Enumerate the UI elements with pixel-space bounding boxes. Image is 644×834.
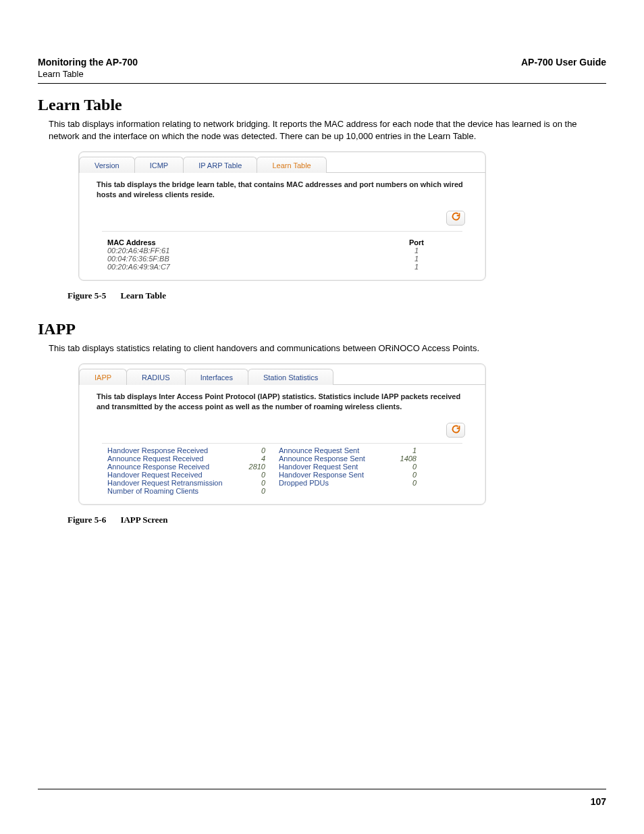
stat-label: Number of Roaming Clients (107, 487, 236, 495)
tab-ip-arp-table[interactable]: IP ARP Table (183, 157, 257, 173)
port-cell: 1 (376, 263, 457, 271)
figure-caption-5-5: Figure 5-5 Learn Table (68, 290, 606, 301)
figure-number: Figure 5-5 (68, 290, 106, 301)
stat-row: Handover Request Received0 (107, 471, 265, 479)
tab-iapp[interactable]: IAPP (79, 369, 127, 385)
header-rule (38, 83, 606, 84)
figure-number: Figure 5-6 (68, 515, 106, 525)
stat-label: Announce Request Sent (279, 446, 387, 454)
section-heading-learn-table: Learn Table (38, 96, 606, 114)
mac-cell: 00:20:A6:4B:FF:61 (107, 246, 310, 255)
header-section-title: Monitoring the AP-700 (38, 57, 138, 68)
stat-label: Dropped PDUs (279, 479, 387, 487)
stat-label: Handover Request Sent (279, 463, 387, 471)
col-header-port: Port (376, 238, 457, 246)
stat-value: 0 (236, 479, 265, 487)
tab-icmp[interactable]: ICMP (134, 157, 184, 173)
page-header: Monitoring the AP-700 Learn Table AP-700… (38, 57, 606, 79)
table-row: 00:20:A6:49:9A:C7 1 (107, 263, 457, 271)
stat-label: Handover Request Retransmission (107, 479, 236, 487)
refresh-button[interactable] (446, 423, 465, 438)
tab-radius[interactable]: RADIUS (126, 369, 186, 385)
stat-row: Handover Request Sent0 (279, 463, 417, 471)
stat-row: Announce Request Received4 (107, 454, 265, 463)
stat-value: 0 (387, 463, 417, 471)
refresh-icon (451, 424, 461, 437)
iapp-description: This tab displays Inter Access Point Pro… (97, 392, 468, 412)
figure-title: Learn Table (120, 290, 166, 301)
stat-value: 1408 (387, 454, 417, 463)
stat-row: Handover Response Received0 (107, 446, 265, 454)
stat-label: Handover Request Received (107, 471, 236, 479)
stat-value: 0 (387, 479, 417, 487)
learn-table-tabs: Version ICMP IP ARP Table Learn Table (79, 151, 485, 173)
stat-label: Announce Response Sent (279, 454, 387, 463)
iapp-paragraph: This tab displays statistics relating to… (49, 342, 606, 355)
section-heading-iapp: IAPP (38, 320, 606, 338)
port-cell: 1 (376, 255, 457, 263)
learn-table-paragraph: This tab displays information relating t… (49, 118, 606, 142)
stat-row: Handover Response Sent0 (279, 471, 417, 479)
stat-row: Dropped PDUs0 (279, 479, 417, 487)
table-row: 00:20:A6:4B:FF:61 1 (107, 246, 457, 255)
tab-interfaces[interactable]: Interfaces (185, 369, 248, 385)
figure-title: IAPP Screen (120, 515, 167, 525)
iapp-panel: IAPP RADIUS Interfaces Station Statistic… (78, 363, 486, 505)
iapp-stats: Handover Response Received0 Announce Req… (102, 443, 462, 495)
tab-learn-table[interactable]: Learn Table (257, 157, 326, 173)
header-section-sub: Learn Table (38, 69, 138, 79)
col-header-mac: MAC Address (107, 238, 310, 246)
stat-value: 2810 (236, 463, 265, 471)
learn-table-data: MAC Address Port 00:20:A6:4B:FF:61 1 00:… (102, 231, 462, 271)
learn-table-description: This tab displays the bridge learn table… (97, 180, 468, 200)
refresh-button[interactable] (446, 211, 465, 226)
page-number: 107 (591, 796, 606, 807)
stat-value: 0 (236, 446, 265, 454)
learn-table-panel: Version ICMP IP ARP Table Learn Table Th… (78, 151, 486, 281)
stat-label: Handover Response Received (107, 446, 236, 454)
stat-label: Handover Response Sent (279, 471, 387, 479)
stat-value: 4 (236, 454, 265, 463)
tab-version[interactable]: Version (79, 157, 135, 173)
iapp-tabs: IAPP RADIUS Interfaces Station Statistic… (79, 363, 485, 385)
stat-value: 0 (236, 471, 265, 479)
stat-row: Announce Response Received2810 (107, 463, 265, 471)
table-row: 00:04:76:36:5F:BB 1 (107, 255, 457, 263)
stat-row: Handover Request Retransmission0 (107, 479, 265, 487)
stat-value: 0 (387, 471, 417, 479)
stat-value: 0 (236, 487, 265, 495)
stat-label: Announce Request Received (107, 454, 236, 463)
tab-station-statistics[interactable]: Station Statistics (248, 369, 333, 385)
footer-rule (38, 789, 606, 789)
stat-row: Announce Request Sent1 (279, 446, 417, 454)
stat-row: Number of Roaming Clients0 (107, 487, 265, 495)
stat-value: 1 (387, 446, 417, 454)
stat-label: Announce Response Received (107, 463, 236, 471)
refresh-icon (451, 211, 461, 224)
mac-cell: 00:20:A6:49:9A:C7 (107, 263, 310, 271)
header-doc-title: AP-700 User Guide (521, 57, 606, 68)
stat-row: Announce Response Sent1408 (279, 454, 417, 463)
mac-cell: 00:04:76:36:5F:BB (107, 255, 310, 263)
port-cell: 1 (376, 246, 457, 255)
figure-caption-5-6: Figure 5-6 IAPP Screen (68, 515, 606, 525)
